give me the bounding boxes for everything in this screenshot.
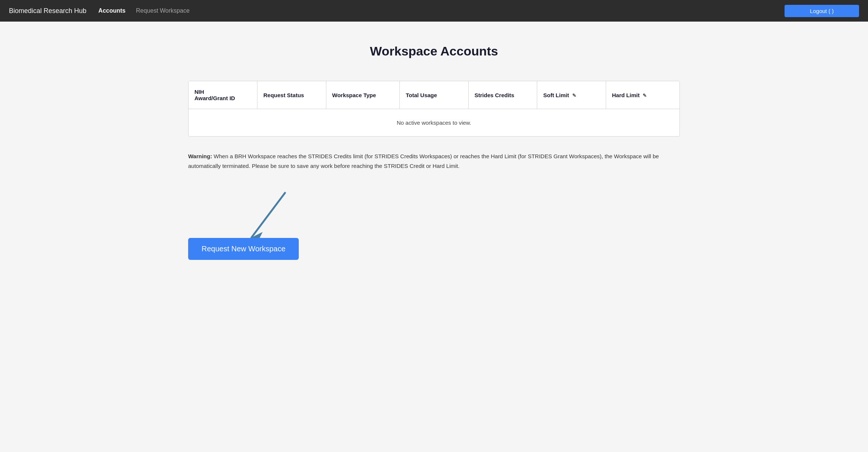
col-header-workspace-type: Workspace Type — [326, 81, 400, 109]
col-header-soft-limit: Soft Limit ✎ — [537, 81, 606, 109]
nav-link-request-workspace[interactable]: Request Workspace — [136, 7, 190, 14]
table-empty-row: No active workspaces to view. — [189, 109, 679, 137]
button-arrow-area: Request New Workspace — [188, 189, 374, 260]
empty-message: No active workspaces to view. — [189, 109, 679, 137]
logout-button[interactable]: Logout ( ) — [785, 5, 859, 17]
hard-limit-edit-icon[interactable]: ✎ — [643, 93, 647, 98]
nav-links: Accounts Request Workspace — [98, 7, 785, 14]
nav-link-accounts[interactable]: Accounts — [98, 7, 126, 14]
main-content: Workspace Accounts NIHAward/Grant ID Req… — [173, 22, 695, 297]
warning-body: When a BRH Workspace reaches the STRIDES… — [188, 153, 659, 169]
col-header-total-usage: Total Usage — [400, 81, 469, 109]
warning-bold: Warning: — [188, 153, 212, 159]
workspace-table-container: NIHAward/Grant ID Request Status Workspa… — [188, 81, 680, 137]
brand-title: Biomedical Research Hub — [9, 7, 86, 15]
page-title: Workspace Accounts — [188, 44, 680, 58]
col-header-hard-limit: Hard Limit ✎ — [606, 81, 679, 109]
soft-limit-edit-icon[interactable]: ✎ — [572, 93, 576, 98]
warning-section: Warning: When a BRH Workspace reaches th… — [188, 152, 680, 275]
navbar: Biomedical Research Hub Accounts Request… — [0, 0, 868, 22]
col-header-nih: NIHAward/Grant ID — [189, 81, 257, 109]
workspace-table: NIHAward/Grant ID Request Status Workspa… — [189, 81, 679, 136]
warning-text: Warning: When a BRH Workspace reaches th… — [188, 152, 680, 171]
col-header-status: Request Status — [257, 81, 326, 109]
request-new-workspace-button[interactable]: Request New Workspace — [188, 238, 299, 260]
svg-line-0 — [251, 193, 285, 238]
col-header-strides-credits: Strides Credits — [468, 81, 537, 109]
table-header-row: NIHAward/Grant ID Request Status Workspa… — [189, 81, 679, 109]
